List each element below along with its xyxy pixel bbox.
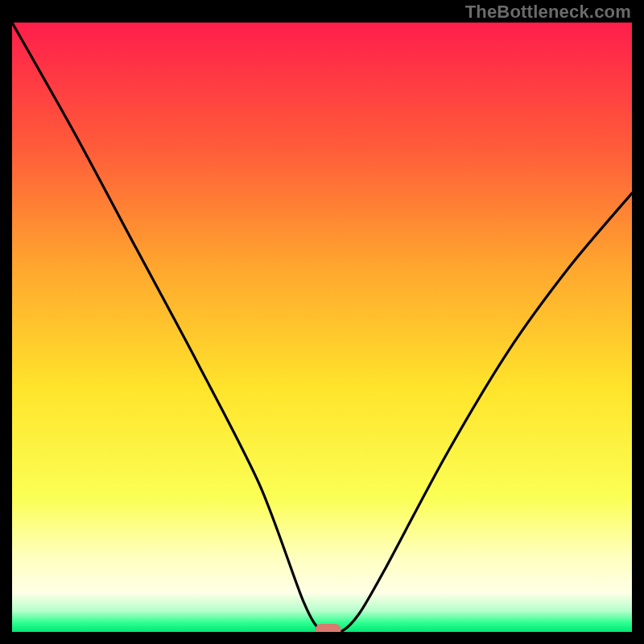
chart-background-gradient xyxy=(12,23,632,632)
watermark-text: TheBottleneck.com xyxy=(465,2,631,23)
chart-plot xyxy=(12,23,632,632)
chart-svg xyxy=(12,23,632,632)
optimal-marker xyxy=(316,624,341,632)
